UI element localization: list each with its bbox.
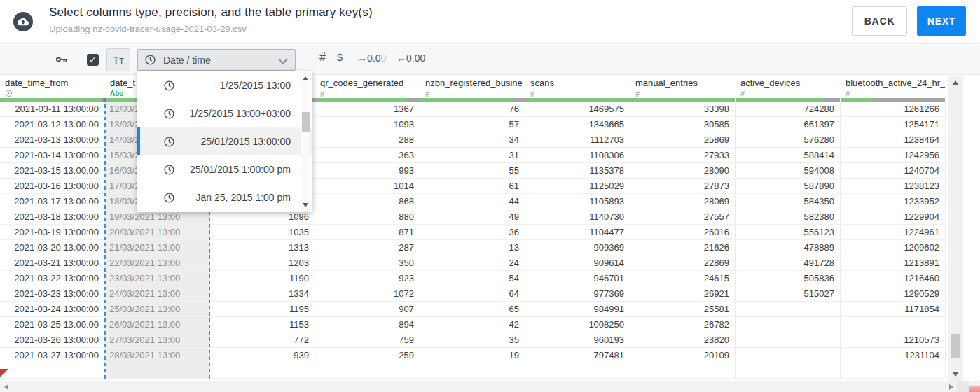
cell	[736, 332, 841, 348]
vertical-scrollbar[interactable]	[948, 76, 963, 382]
cell: 1135378	[525, 163, 630, 178]
cell: 25581	[630, 302, 736, 317]
format-option[interactable]: Jan 25, 2015 1:00 pm	[137, 183, 312, 211]
cell: 1171854	[841, 302, 946, 317]
format-option-label: 1/25/2015 13:00	[175, 80, 312, 91]
cell: 2021-03-13 13:00:00	[0, 132, 105, 148]
remove-decimal-button[interactable]: ←0.00	[396, 52, 425, 64]
back-button[interactable]: BACK	[852, 6, 907, 36]
quality-green-segment	[420, 98, 513, 102]
cell: 984991	[525, 302, 630, 317]
cell: 26782	[630, 317, 736, 332]
cell: 584350	[736, 194, 841, 209]
cell: 27933	[630, 148, 736, 163]
quality-green-segment	[630, 98, 735, 102]
page-subtitle: Uploading nz-covid-tracer-usage-2021-03-…	[49, 24, 247, 34]
column-header-manual_entries[interactable]: manual_entries#	[630, 75, 736, 102]
cell: 28069	[630, 194, 736, 209]
clock-icon	[163, 164, 175, 176]
number-type-button[interactable]: #	[319, 51, 326, 64]
next-button[interactable]: NEXT	[917, 6, 966, 36]
column-name: active_devices	[740, 78, 840, 88]
datetime-format-select-value: Date / time	[163, 55, 211, 66]
cell: 23/03/2021 13:00	[105, 271, 210, 286]
cell: 1190	[210, 271, 315, 286]
cell: 1216460	[841, 271, 946, 286]
column-header-qr_codes_generated[interactable]: qr_codes_generated#	[315, 75, 420, 102]
cell: 587890	[736, 178, 841, 194]
cell: 1153	[210, 317, 315, 332]
table-row: 2021-03-20 13:00:0021/03/2021 13:0013132…	[0, 240, 946, 255]
column-type-toolbar: ✓ TT Date / time # $ →0.00 ←0.00	[0, 45, 980, 75]
add-decimal-button[interactable]: →0.00	[357, 52, 386, 64]
column-header-scans[interactable]: scans#	[525, 75, 630, 102]
dropdown-scrollbar-thumb[interactable]	[302, 112, 310, 132]
cell: 34	[420, 132, 525, 148]
scroll-up-icon[interactable]	[952, 80, 959, 85]
vertical-scrollbar-thumb[interactable]	[951, 334, 960, 358]
table-row: 2021-03-24 13:00:0025/03/2021 13:0011959…	[0, 302, 946, 317]
cell: 2021-03-23 13:00:00	[0, 286, 105, 302]
cell: 36	[420, 225, 525, 240]
format-option[interactable]: 25/01/2015 1:00:00 pm	[137, 155, 312, 183]
cell: 27/03/2021 13:00	[105, 332, 210, 348]
cell: 22/03/2021 13:00	[105, 255, 210, 271]
cell	[420, 363, 525, 379]
cell: 1343665	[525, 117, 630, 132]
cell	[630, 363, 736, 379]
cell: 55	[420, 163, 525, 178]
format-option[interactable]: 1/25/2015 13:00	[137, 71, 312, 99]
cell: 491728	[736, 255, 841, 271]
column-quality-bar	[630, 98, 735, 102]
dropdown-scrollbar[interactable]	[301, 71, 310, 212]
cell: 27557	[630, 209, 736, 225]
column-header-nzbn_registered_busine[interactable]: nzbn_registered_busine#	[420, 75, 525, 102]
scroll-down-icon[interactable]	[952, 372, 959, 377]
cell: 1072	[315, 286, 420, 302]
load-indicator-bar	[969, 386, 980, 392]
cell: 1213891	[841, 255, 946, 271]
cell: 2021-03-24 13:00:00	[0, 302, 105, 317]
column-header-bluetooth_active_24_hr_[interactable]: bluetooth_active_24_hr_#	[841, 75, 946, 102]
scroll-right-icon[interactable]	[949, 384, 953, 390]
scroll-left-icon[interactable]	[4, 384, 8, 390]
cell: 26/03/2021 13:00	[105, 317, 210, 332]
cell: 2021-03-19 13:00:00	[0, 225, 105, 240]
dropdown-scroll-down-icon[interactable]	[303, 203, 308, 207]
cell: 871	[315, 225, 420, 240]
cell: 26921	[630, 286, 736, 302]
horizontal-scrollbar[interactable]	[0, 382, 980, 392]
cell: 23820	[630, 332, 736, 348]
datetime-format-dropdown: 1/25/2015 13:001/25/2015 13:00+03:0025/0…	[137, 71, 312, 212]
cell: 582380	[736, 209, 841, 225]
cell	[315, 363, 420, 379]
cell: 54	[420, 271, 525, 286]
text-type-button[interactable]: TT	[106, 48, 130, 71]
column-header-active_devices[interactable]: active_devices#	[736, 75, 841, 102]
column-name: manual_entries	[635, 78, 735, 88]
cell: 594008	[736, 163, 841, 178]
column-quality-bar	[736, 98, 840, 102]
cell: 1334	[210, 286, 315, 302]
cell: 25869	[630, 132, 736, 148]
cell: 923	[315, 271, 420, 286]
cell	[525, 363, 630, 379]
cell: 24/03/2021 13:00	[105, 286, 210, 302]
datetime-format-select[interactable]: Date / time	[137, 49, 296, 71]
cell	[841, 317, 946, 332]
column-name: scans	[530, 78, 630, 88]
dropdown-scroll-up-icon[interactable]	[303, 76, 308, 80]
cell: 1261266	[841, 102, 946, 117]
primary-key-icon[interactable]	[55, 52, 69, 69]
format-option[interactable]: 1/25/2015 13:00+03:00	[137, 99, 312, 127]
cell: 1104477	[525, 225, 630, 240]
cell: 1290529	[841, 286, 946, 302]
cell: 28090	[630, 163, 736, 178]
boolean-type-checkbox[interactable]: ✓	[87, 54, 99, 66]
cell	[105, 363, 210, 379]
format-option[interactable]: 25/01/2015 13:00:00	[137, 127, 312, 155]
cell: 2021-03-20 13:00:00	[0, 240, 105, 255]
currency-type-button[interactable]: $	[337, 51, 343, 63]
column-header-date_time_from[interactable]: date_time_from	[0, 75, 105, 102]
cell: 2021-03-18 13:00:00	[0, 209, 105, 225]
